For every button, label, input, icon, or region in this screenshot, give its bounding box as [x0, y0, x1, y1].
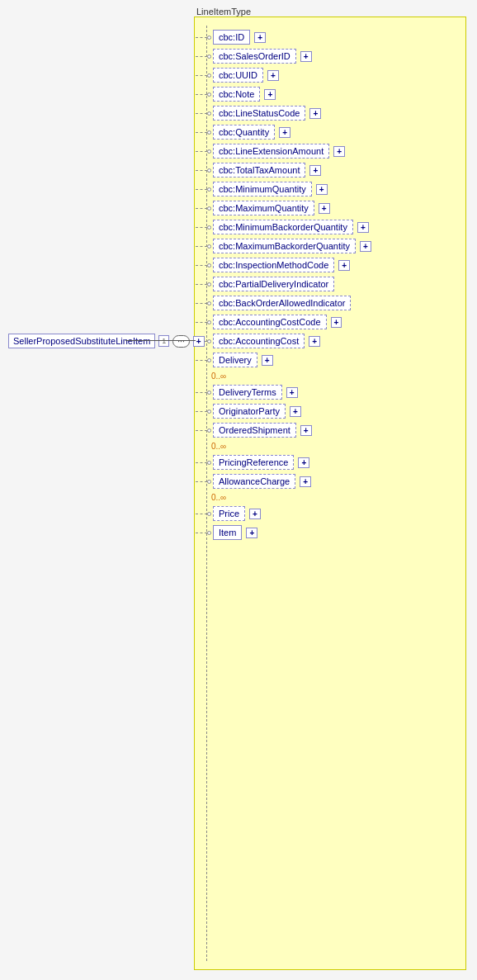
node-connector-dot — [207, 73, 211, 78]
node-expand-button[interactable]: + — [286, 387, 298, 398]
node-connector-dot — [207, 358, 211, 362]
node-connector-dot — [207, 320, 211, 324]
node-row: DeliveryTerms+ — [207, 385, 465, 400]
node-connector-dot — [207, 531, 211, 535]
node-expand-button[interactable]: + — [319, 203, 330, 214]
node-connector-dot — [207, 301, 211, 305]
node-row: cbc:MinimumBackorderQuantity+ — [207, 220, 465, 234]
node-cardinality: 0..∞ — [211, 493, 465, 502]
node-expand-button[interactable]: + — [249, 509, 261, 519]
node-row: cbc:InspectionMethodCode+ — [207, 258, 465, 272]
node-label: cbc:PartialDeliveryIndicator — [213, 277, 334, 291]
node-connector-dot — [207, 92, 211, 97]
node-row: cbc:BackOrderAllowedIndicator — [207, 296, 465, 310]
node-expand-button[interactable]: + — [360, 241, 371, 252]
node-expand-button[interactable]: + — [300, 51, 312, 62]
left-expand-icon[interactable]: + — [193, 336, 205, 347]
node-row: OriginatorParty+ — [207, 404, 465, 419]
node-row: cbc:LineStatusCode+ — [207, 106, 465, 121]
node-connector-dot — [207, 461, 211, 465]
node-label: cbc:MaximumBackorderQuantity — [213, 239, 356, 253]
node-expand-button[interactable]: + — [246, 528, 257, 538]
node-expand-button[interactable]: + — [264, 89, 276, 100]
connector-icon: 1 — [158, 335, 169, 347]
node-label: cbc:AccountingCost — [213, 334, 305, 348]
yellow-container: cbc:ID+cbc:SalesOrderID+cbc:UUID+cbc:Not… — [194, 17, 466, 970]
node-connector-dot — [207, 149, 211, 154]
node-row: Delivery+ — [207, 353, 465, 367]
node-row: cbc:ID+ — [207, 30, 465, 45]
nodes-wrapper: cbc:ID+cbc:SalesOrderID+cbc:UUID+cbc:Not… — [195, 17, 465, 552]
node-label: cbc:SalesOrderID — [213, 49, 296, 64]
node-label: OrderedShipment — [213, 423, 296, 438]
node-connector-dot — [207, 512, 211, 516]
left-element-label: SellerProposedSubstituteLineItem — [8, 334, 155, 348]
node-expand-button[interactable]: + — [333, 146, 345, 157]
node-connector-dot — [207, 263, 211, 267]
node-row: AllowanceCharge+ — [207, 474, 465, 489]
node-row: PricingReference+ — [207, 455, 465, 470]
node-expand-button[interactable]: + — [300, 476, 311, 487]
node-label: Item — [213, 525, 242, 540]
node-label: cbc:UUID — [213, 68, 263, 83]
node-expand-button[interactable]: + — [309, 336, 320, 347]
node-expand-button[interactable]: + — [267, 70, 279, 81]
node-expand-button[interactable]: + — [279, 127, 290, 138]
node-row: cbc:Quantity+ — [207, 125, 465, 140]
node-row: cbc:TotalTaxAmount+ — [207, 163, 465, 178]
node-row: Item+ — [207, 525, 465, 540]
node-label: cbc:ID — [213, 30, 250, 45]
node-label: cbc:LineExtensionAmount — [213, 144, 329, 159]
node-row: cbc:UUID+ — [207, 68, 465, 83]
node-row: cbc:AccountingCostCode+ — [207, 315, 465, 329]
node-expand-button[interactable]: + — [331, 317, 342, 328]
ellipsis-box: ··· — [172, 335, 189, 348]
diagram-container: LineItemType cbc:ID+cbc:SalesOrderID+cbc… — [0, 0, 477, 980]
node-row: OrderedShipment+ — [207, 423, 465, 438]
node-expand-button[interactable]: + — [316, 184, 328, 195]
node-expand-button[interactable]: + — [309, 165, 321, 176]
node-label: Delivery — [213, 353, 257, 367]
node-expand-button[interactable]: + — [309, 108, 321, 119]
node-connector-dot — [207, 480, 211, 484]
node-row: cbc:Note+ — [207, 87, 465, 102]
node-connector-dot — [207, 391, 211, 395]
node-connector-dot — [207, 339, 211, 343]
node-label: cbc:MinimumBackorderQuantity — [213, 220, 353, 234]
node-expand-button[interactable]: + — [262, 355, 273, 366]
node-label: cbc:MaximumQuantity — [213, 201, 314, 215]
node-label: cbc:AccountingCostCode — [213, 315, 327, 329]
node-label: PricingReference — [213, 455, 294, 470]
node-cardinality: 0..∞ — [211, 372, 465, 381]
left-element: SellerProposedSubstituteLineItem 1 ··· + — [8, 334, 205, 348]
node-row: cbc:MinimumQuantity+ — [207, 182, 465, 196]
node-label: cbc:Quantity — [213, 125, 275, 140]
connecting-line — [125, 340, 196, 341]
node-connector-dot — [207, 206, 211, 211]
node-label: cbc:Note — [213, 87, 260, 102]
node-expand-button[interactable]: + — [254, 32, 266, 43]
node-connector-dot — [207, 130, 211, 135]
node-expand-button[interactable]: + — [298, 457, 309, 468]
node-row: cbc:MaximumBackorderQuantity+ — [207, 239, 465, 253]
node-row: cbc:MaximumQuantity+ — [207, 201, 465, 215]
node-connector-dot — [207, 111, 211, 116]
node-expand-button[interactable]: + — [300, 425, 312, 436]
node-expand-button[interactable]: + — [290, 406, 301, 417]
node-connector-dot — [207, 244, 211, 249]
node-label: AllowanceCharge — [213, 474, 295, 489]
lineitembtype-label: LineItemType — [196, 7, 251, 17]
node-label: cbc:LineStatusCode — [213, 106, 305, 121]
node-connector-dot — [207, 410, 211, 414]
node-expand-button[interactable]: + — [338, 260, 350, 271]
node-connector-dot — [207, 168, 211, 173]
node-row: Price+ — [207, 506, 465, 521]
node-row: cbc:PartialDeliveryIndicator — [207, 277, 465, 291]
node-label: cbc:BackOrderAllowedIndicator — [213, 296, 351, 310]
node-expand-button[interactable]: + — [357, 222, 369, 233]
node-label: cbc:InspectionMethodCode — [213, 258, 334, 272]
node-connector-dot — [207, 54, 211, 59]
node-connector-dot — [207, 187, 211, 192]
node-row: cbc:LineExtensionAmount+ — [207, 144, 465, 159]
node-label: cbc:MinimumQuantity — [213, 182, 312, 196]
